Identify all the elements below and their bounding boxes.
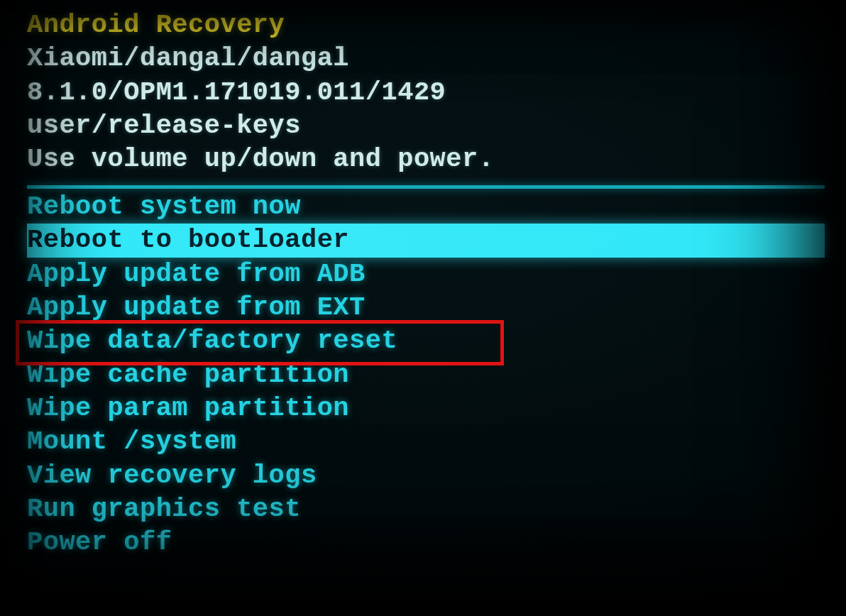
keys-line: user/release-keys	[3, 109, 843, 143]
menu-item-graphics-test[interactable]: Run graphics test	[3, 493, 843, 526]
menu-item-wipe-param[interactable]: Wipe param partition	[3, 392, 843, 425]
menu-item-reboot-bootloader[interactable]: Reboot to bootloader	[27, 224, 825, 257]
menu-item-apply-ext[interactable]: Apply update from EXT	[3, 291, 843, 324]
menu-item-mount-system[interactable]: Mount /system	[3, 425, 843, 458]
device-line: Xiaomi/dangal/dangal	[3, 42, 843, 75]
menu-item-reboot-system[interactable]: Reboot system now	[3, 190, 843, 224]
nav-hint: Use volume up/down and power.	[3, 143, 843, 176]
recovery-title: Android Recovery	[3, 9, 843, 42]
menu-item-apply-adb[interactable]: Apply update from ADB	[3, 258, 843, 291]
menu-item-wipe-data[interactable]: Wipe data/factory reset	[3, 324, 843, 358]
menu-item-view-logs[interactable]: View recovery logs	[3, 459, 843, 493]
menu-item-power-off[interactable]: Power off	[3, 526, 843, 559]
divider-line	[27, 185, 825, 189]
build-line: 8.1.0/OPM1.171019.011/1429	[3, 76, 843, 109]
recovery-menu: Reboot system now Reboot to bootloader A…	[3, 190, 843, 560]
menu-item-wipe-cache[interactable]: Wipe cache partition	[3, 358, 843, 392]
